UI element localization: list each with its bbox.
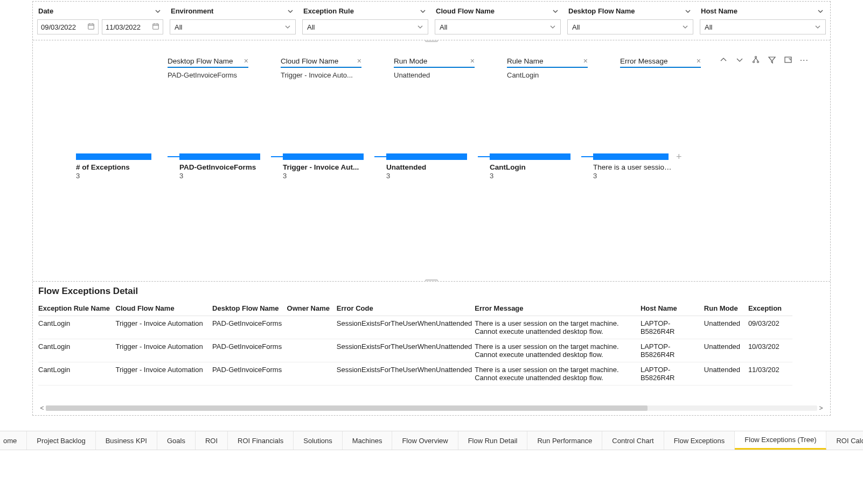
close-icon[interactable]: × (244, 57, 248, 65)
table-cell: SessionExistsForTheUserWhenUnattended (337, 362, 475, 386)
chevron-down-icon[interactable] (287, 8, 294, 15)
table-cell: CantLogin (38, 339, 116, 362)
chevron-down-icon (417, 24, 423, 30)
filter-desktop-flow-label: Desktop Flow Name (568, 7, 635, 15)
tab-roi-calculations[interactable]: ROI Calculations (826, 431, 863, 450)
crumb-cloud-flow: Cloud Flow Name× Trigger - Invoice Auto.… (281, 57, 361, 79)
splitter-handle[interactable] (425, 279, 438, 282)
tab-flow-run-detail[interactable]: Flow Run Detail (458, 431, 528, 450)
filter-icon[interactable] (768, 55, 776, 66)
scroll-track[interactable] (46, 405, 817, 411)
filter-cloud-flow: Cloud Flow Name All (434, 5, 562, 34)
table-row[interactable]: CantLoginTrigger - Invoice AutomationPAD… (38, 339, 792, 362)
date-from-input[interactable]: 09/03/2022 (37, 19, 99, 34)
chevron-down-icon (284, 24, 291, 30)
tab-roi-financials[interactable]: ROI Financials (228, 431, 294, 450)
table-row[interactable]: CantLoginTrigger - Invoice AutomationPAD… (38, 362, 792, 386)
tab-run-performance[interactable]: Run Performance (527, 431, 602, 450)
tab-machines[interactable]: Machines (343, 431, 393, 450)
expand-plus-icon[interactable]: + (676, 151, 682, 163)
chevron-down-icon[interactable] (420, 8, 426, 15)
tab-control-chart[interactable]: Control Chart (602, 431, 664, 450)
chevron-down-icon[interactable] (817, 8, 824, 15)
tab-ome[interactable]: ome (0, 431, 27, 450)
chevron-down-icon[interactable] (552, 8, 559, 15)
tree-node-root[interactable]: # of Exceptions 3 (76, 153, 168, 180)
dashboard-frame: Date 09/03/2022 11/03/2022 Environment (32, 1, 831, 416)
col-header-owner[interactable]: Owner Name (287, 301, 337, 316)
more-options-icon[interactable]: ··· (800, 55, 809, 65)
exception-rule-dropdown[interactable]: All (302, 19, 428, 34)
col-header-errorcode[interactable]: Error Code (337, 301, 475, 316)
table-cell: LAPTOP-B5826R4R (641, 339, 704, 362)
environment-dropdown[interactable]: All (170, 19, 296, 34)
col-header-host[interactable]: Host Name (641, 301, 704, 316)
scroll-left-icon[interactable]: < (38, 404, 46, 412)
decomposition-tree-visual: ··· Desktop Flow Name× PAD-GetInvoiceFor… (33, 40, 830, 282)
tree-node[interactable]: Trigger - Invoice Aut... 3 (283, 153, 374, 180)
col-header-rule[interactable]: Exception Rule Name (38, 301, 116, 316)
col-header-exception[interactable]: Exception (748, 301, 792, 316)
tab-solutions[interactable]: Solutions (294, 431, 342, 450)
col-header-errormsg[interactable]: Error Message (475, 301, 641, 316)
host-name-dropdown[interactable]: All (700, 19, 826, 34)
close-icon[interactable]: × (583, 57, 588, 65)
chevron-down-icon[interactable] (155, 8, 161, 15)
connector (168, 156, 179, 157)
col-header-cloud[interactable]: Cloud Flow Name (116, 301, 212, 316)
splitter-handle[interactable] (425, 40, 438, 42)
col-header-desktop[interactable]: Desktop Flow Name (212, 301, 287, 316)
tab-roi[interactable]: ROI (196, 431, 228, 450)
tree-node[interactable]: Unattended 3 (386, 153, 478, 180)
table-cell (287, 316, 337, 339)
table-cell: 10/03/202 (748, 339, 792, 362)
svg-marker-13 (769, 57, 775, 63)
tree-node[interactable]: CantLogin 3 (490, 153, 581, 180)
drill-down-icon[interactable] (735, 55, 744, 66)
tab-flow-exceptions-tree-[interactable]: Flow Exceptions (Tree) (735, 431, 826, 450)
tab-flow-overview[interactable]: Flow Overview (392, 431, 458, 450)
filter-exception-rule-label: Exception Rule (303, 7, 354, 15)
connector (581, 156, 593, 157)
crumb-error-message: Error Message× (620, 57, 701, 79)
table-cell: SessionExistsForTheUserWhenUnattended (337, 339, 475, 362)
table-cell: LAPTOP-B5826R4R (641, 362, 704, 386)
desktop-flow-dropdown[interactable]: All (567, 19, 693, 34)
close-icon[interactable]: × (697, 57, 701, 65)
table-cell: Trigger - Invoice Automation (116, 362, 212, 386)
close-icon[interactable]: × (470, 57, 475, 65)
chevron-down-icon (549, 24, 556, 30)
svg-point-8 (755, 56, 756, 58)
table-cell: 09/03/202 (748, 316, 792, 339)
scroll-right-icon[interactable]: > (817, 404, 825, 412)
filter-date: Date 09/03/2022 11/03/2022 (36, 5, 164, 34)
hierarchy-icon[interactable] (751, 55, 760, 66)
table-cell: PAD-GetInvoiceForms (212, 316, 287, 339)
chevron-down-icon[interactable] (685, 8, 691, 15)
svg-rect-0 (88, 24, 94, 29)
table-cell: CantLogin (38, 316, 116, 339)
close-icon[interactable]: × (357, 57, 361, 65)
col-header-mode[interactable]: Run Mode (704, 301, 748, 316)
svg-point-9 (753, 61, 754, 62)
tree-node[interactable]: PAD-GetInvoiceForms 3 (179, 153, 271, 180)
horizontal-scrollbar[interactable]: < > (38, 403, 825, 413)
cloud-flow-dropdown[interactable]: All (435, 19, 561, 34)
tab-project-backlog[interactable]: Project Backlog (27, 431, 95, 450)
table-cell: Trigger - Invoice Automation (116, 316, 212, 339)
tab-business-kpi[interactable]: Business KPI (96, 431, 157, 450)
focus-mode-icon[interactable] (784, 55, 792, 66)
tab-goals[interactable]: Goals (157, 431, 196, 450)
drill-up-icon[interactable] (719, 55, 728, 66)
table-row[interactable]: CantLoginTrigger - Invoice AutomationPAD… (38, 316, 792, 339)
table-cell: Trigger - Invoice Automation (116, 339, 212, 362)
tree-node[interactable]: There is a user session ... 3 (593, 153, 674, 180)
filter-environment: Environment All (169, 5, 297, 34)
date-to-input[interactable]: 11/03/2022 (102, 19, 163, 34)
table-cell: 11/03/202 (748, 362, 792, 386)
filter-host-name-label: Host Name (701, 7, 737, 15)
tab-flow-exceptions[interactable]: Flow Exceptions (664, 431, 735, 450)
svg-line-11 (754, 58, 756, 61)
table-cell: There is a user session on the target ma… (475, 316, 641, 339)
scroll-thumb[interactable] (46, 405, 648, 411)
